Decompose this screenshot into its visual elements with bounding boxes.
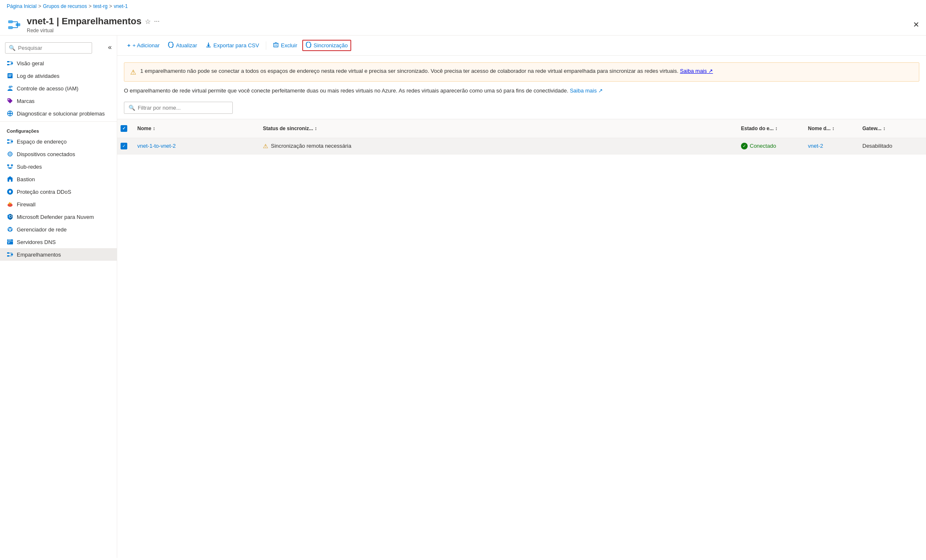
svg-point-17 xyxy=(10,87,11,88)
update-button[interactable]: Atualizar xyxy=(165,40,201,51)
svg-rect-32 xyxy=(7,164,9,166)
remote-vnet-link[interactable]: vnet-2 xyxy=(808,143,823,149)
col-peering-state[interactable]: Estado do e... ↕ xyxy=(738,123,805,134)
row-checkbox[interactable] xyxy=(117,138,134,154)
sidebar-label-dns: Servidores DNS xyxy=(17,239,56,245)
sync-button[interactable]: Sincronização xyxy=(302,40,351,51)
row-gateway: Desabilitado xyxy=(859,138,926,154)
more-options-button[interactable]: ··· xyxy=(154,18,159,25)
svg-rect-24 xyxy=(7,142,9,144)
svg-rect-2 xyxy=(8,26,13,29)
filter-search-icon: 🔍 xyxy=(129,105,135,111)
sidebar-item-ddos[interactable]: Proteção contra DDoS xyxy=(0,185,117,198)
sidebar-item-diagnosticar[interactable]: Diagnosticar e solucionar problemas xyxy=(0,107,117,120)
resource-icon xyxy=(7,17,22,32)
sidebar-label-ddos: Proteção contra DDoS xyxy=(17,189,71,195)
diagnose-icon xyxy=(7,110,13,117)
download-icon xyxy=(206,42,211,49)
alert-learn-more-link[interactable]: Saiba mais ↗ xyxy=(680,68,713,74)
sidebar-item-log-atividades[interactable]: Log de atividades xyxy=(0,69,117,82)
alert-icon: ⚠ xyxy=(130,68,136,76)
update-label: Atualizar xyxy=(176,42,197,49)
toolbar: + + Adicionar Atualizar xyxy=(117,36,926,56)
search-input[interactable] xyxy=(18,45,88,51)
collapse-sidebar-button[interactable]: « xyxy=(108,44,112,51)
breadcrumb-vnet1[interactable]: vnet-1 xyxy=(114,3,128,9)
sidebar-item-firewall[interactable]: Firewall xyxy=(0,198,117,211)
breadcrumb-test-rg[interactable]: test-rg xyxy=(93,3,108,9)
main-layout: 🔍 « Visão geral xyxy=(0,36,926,558)
sidebar-label-diagnosticar: Diagnosticar e solucionar problemas xyxy=(17,110,105,117)
defender-icon: 🛡 xyxy=(7,213,13,220)
col-remote-vnet[interactable]: Nome d... ↕ xyxy=(805,123,859,134)
delete-button[interactable]: Excluir xyxy=(270,40,301,51)
sidebar-label-iam: Controle de acesso (IAM) xyxy=(17,85,78,92)
page-title: vnet-1 | Emparelhamentos ☆ ··· xyxy=(27,16,908,27)
svg-rect-7 xyxy=(7,61,9,62)
page-header: vnet-1 | Emparelhamentos ☆ ··· Rede virt… xyxy=(0,13,926,36)
add-button[interactable]: + + Adicionar xyxy=(124,40,163,51)
sidebar-label-defender: Microsoft Defender para Nuvem xyxy=(17,214,94,220)
table-header: Nome ↕ Status de sincroniz... ↕ Estado d… xyxy=(117,119,926,138)
description-text: O emparelhamento de rede virtual permite… xyxy=(124,87,568,94)
add-label: + Adicionar xyxy=(133,42,160,49)
dns-icon: DNS xyxy=(7,239,13,245)
sidebar-item-espaco-endereco[interactable]: Espaço de endereço xyxy=(0,135,117,148)
row-name: vnet-1-to-vnet-2 xyxy=(134,138,260,154)
col-gateway[interactable]: Gatew... ↕ xyxy=(859,123,926,134)
export-button[interactable]: Exportar para CSV xyxy=(202,40,262,51)
sidebar-label-emparelhamentos: Emparelhamentos xyxy=(17,252,61,258)
warning-icon: ⚠ xyxy=(263,143,268,149)
svg-marker-66 xyxy=(207,45,210,46)
breadcrumb-resource-groups[interactable]: Grupos de recursos xyxy=(43,3,87,9)
svg-rect-41 xyxy=(9,180,11,182)
close-button[interactable]: ✕ xyxy=(913,20,919,29)
svg-rect-33 xyxy=(11,164,13,166)
sync-icon xyxy=(306,42,311,49)
sidebar-item-marcas[interactable]: Marcas xyxy=(0,95,117,107)
iam-icon xyxy=(7,85,13,92)
sidebar-item-visao-geral[interactable]: Visão geral xyxy=(0,57,117,69)
firewall-icon xyxy=(7,201,13,208)
sync-status-text: Sincronização remota necessária xyxy=(271,142,351,150)
sidebar-item-dispositivos[interactable]: Dispositivos conectados xyxy=(0,148,117,160)
resource-type: Rede virtual xyxy=(27,28,908,33)
bastion-icon xyxy=(7,176,13,182)
sidebar-item-emparelhamentos[interactable]: Emparelhamentos xyxy=(0,248,117,261)
title-text: vnet-1 | Emparelhamentos xyxy=(27,16,141,27)
favorite-button[interactable]: ☆ xyxy=(145,18,151,26)
svg-rect-3 xyxy=(16,23,20,26)
svg-text:🛡: 🛡 xyxy=(9,215,12,219)
sidebar-label-marcas: Marcas xyxy=(17,98,35,104)
select-all-checkbox[interactable] xyxy=(121,125,127,132)
peering-name-link[interactable]: vnet-1-to-vnet-2 xyxy=(137,143,176,149)
sidebar-item-gerenciador[interactable]: Gerenciador de rede xyxy=(0,223,117,236)
breadcrumb: Página Inicial > Grupos de recursos > te… xyxy=(0,0,926,13)
alert-text: 1 emparelhamento não pode se conectar a … xyxy=(140,68,713,74)
sidebar-label-visao-geral: Visão geral xyxy=(17,60,44,67)
breadcrumb-home[interactable]: Página Inicial xyxy=(7,3,36,9)
export-label: Exportar para CSV xyxy=(213,42,259,49)
filter-input-wrapper: 🔍 xyxy=(124,102,233,114)
sidebar-item-bastion[interactable]: Bastion xyxy=(0,173,117,185)
row-select-checkbox[interactable] xyxy=(121,143,127,149)
col-sync-status[interactable]: Status de sincroniz... ↕ xyxy=(260,123,738,134)
row-peering-state: Conectado xyxy=(738,138,805,154)
ddos-icon xyxy=(7,188,13,195)
description-learn-more-link[interactable]: Saiba mais ↗ xyxy=(570,87,603,94)
col-name[interactable]: Nome ↕ xyxy=(134,123,260,134)
alert-banner: ⚠ 1 emparelhamento não pode se conectar … xyxy=(124,62,919,82)
sidebar-item-subredes[interactable]: Sub-redes xyxy=(0,160,117,173)
col-checkbox xyxy=(117,123,134,134)
sidebar-label-firewall: Firewall xyxy=(17,201,36,208)
sidebar-item-dns[interactable]: DNS Servidores DNS xyxy=(0,236,117,248)
tag-icon xyxy=(7,98,13,104)
sidebar-label-bastion: Bastion xyxy=(17,176,35,182)
main-content: + + Adicionar Atualizar xyxy=(117,36,926,558)
filter-input[interactable] xyxy=(138,105,228,111)
sidebar-item-controle-acesso[interactable]: Controle de acesso (IAM) xyxy=(0,82,117,95)
sidebar-item-defender[interactable]: 🛡 Microsoft Defender para Nuvem xyxy=(0,211,117,223)
header-text: vnet-1 | Emparelhamentos ☆ ··· Rede virt… xyxy=(27,16,908,33)
subnets-icon xyxy=(7,163,13,170)
connected-icon xyxy=(741,143,748,149)
